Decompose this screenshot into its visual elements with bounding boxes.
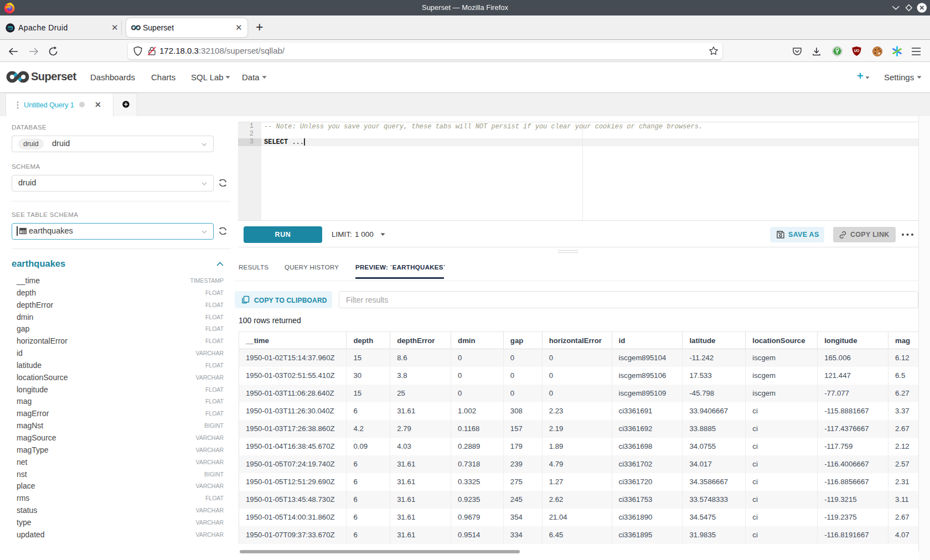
svg-text:UO: UO: [854, 49, 860, 53]
